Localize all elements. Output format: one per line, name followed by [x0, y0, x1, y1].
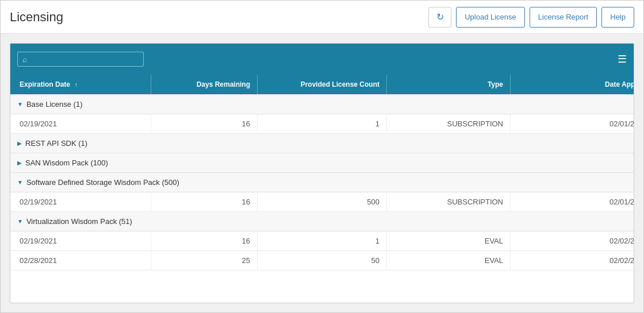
search-bar: ⌕ ☰: [10, 44, 634, 75]
table-cell: EVAL: [387, 251, 511, 270]
menu-icon[interactable]: ☰: [618, 53, 627, 65]
table-cell: 16: [151, 114, 258, 133]
header-actions: ↻ Upload License License Report Help: [428, 7, 634, 28]
group-row: ▶REST API SDK (1): [10, 134, 634, 153]
table-row: 02/19/2021161EVAL02/02/2021: [10, 231, 634, 251]
group-cell: ▼Software Defined Storage Wisdom Pack (5…: [10, 173, 634, 192]
group-row: ▶SAN Wisdom Pack (100): [10, 153, 634, 173]
table-cell: SUBSCRIPTION: [387, 114, 511, 133]
col-header-expiration[interactable]: Expiration Date ↑: [10, 75, 151, 94]
group-label: Base License (1): [26, 100, 83, 109]
license-table: ⌕ ☰ Expiration Date ↑ Days Remaining Pro…: [10, 43, 634, 303]
group-cell: ▼Base License (1): [10, 95, 634, 114]
table-row: 02/28/20212550EVAL02/02/2021: [10, 251, 634, 271]
table-cell: 16: [151, 192, 258, 211]
page-wrapper: Licensing ↻ Upload License License Repor…: [0, 0, 644, 313]
expand-icon[interactable]: ▼: [17, 179, 23, 186]
group-label: SAN Wisdom Pack (100): [25, 159, 108, 167]
sort-arrow-expiration: ↑: [74, 81, 78, 88]
search-wrapper: ⌕: [17, 52, 144, 67]
table-cell: 02/01/2021: [511, 192, 634, 211]
group-label: Virtualization Wisdom Pack (51): [26, 217, 132, 226]
table-cell: 02/02/2021: [511, 251, 634, 270]
search-icon: ⌕: [22, 55, 27, 64]
group-cell: ▶REST API SDK (1): [10, 134, 634, 153]
table-cell: 02/19/2021: [10, 231, 151, 250]
table-cell: 02/28/2021: [10, 251, 151, 270]
table-cell: SUBSCRIPTION: [387, 192, 511, 211]
expand-icon[interactable]: ▶: [17, 140, 22, 146]
refresh-button[interactable]: ↻: [428, 7, 451, 28]
col-header-count[interactable]: Provided License Count: [258, 75, 387, 94]
col-header-date-applied[interactable]: Date Applied: [511, 75, 634, 94]
search-input[interactable]: [30, 55, 128, 64]
table-cell: 02/01/2021: [511, 114, 634, 133]
main-content: ⌕ ☰ Expiration Date ↑ Days Remaining Pro…: [1, 34, 643, 312]
expand-icon[interactable]: ▼: [17, 101, 23, 107]
group-cell: ▶SAN Wisdom Pack (100): [10, 153, 634, 172]
table-cell: 02/19/2021: [10, 192, 151, 211]
expand-icon[interactable]: ▶: [17, 160, 22, 166]
table-row: 02/19/2021161SUBSCRIPTION02/01/2021: [10, 114, 634, 134]
expand-icon[interactable]: ▼: [17, 218, 23, 225]
group-row: ▼Virtualization Wisdom Pack (51): [10, 212, 634, 231]
table-cell: 02/02/2021: [511, 231, 634, 250]
group-row: ▼Base License (1): [10, 95, 634, 114]
table-cell: 500: [258, 192, 387, 211]
table-cell: 50: [258, 251, 387, 270]
group-row: ▼Software Defined Storage Wisdom Pack (5…: [10, 173, 634, 192]
table-cell: 25: [151, 251, 258, 270]
table-cell: 1: [258, 114, 387, 133]
table-cell: 16: [151, 231, 258, 250]
column-headers: Expiration Date ↑ Days Remaining Provide…: [10, 75, 634, 95]
group-label: Software Defined Storage Wisdom Pack (50…: [26, 178, 179, 187]
table-body: ▼Base License (1)02/19/2021161SUBSCRIPTI…: [10, 95, 634, 303]
group-cell: ▼Virtualization Wisdom Pack (51): [10, 212, 634, 231]
license-report-button[interactable]: License Report: [530, 7, 597, 28]
col-header-type[interactable]: Type: [387, 75, 511, 94]
table-cell: EVAL: [387, 231, 511, 250]
upload-license-button[interactable]: Upload License: [456, 7, 525, 28]
page-title: Licensing: [10, 10, 63, 25]
group-label: REST API SDK (1): [25, 139, 87, 148]
col-header-days[interactable]: Days Remaining: [151, 75, 258, 94]
table-row: 02/19/202116500SUBSCRIPTION02/01/2021: [10, 192, 634, 212]
table-cell: 1: [258, 231, 387, 250]
table-cell: 02/19/2021: [10, 114, 151, 133]
header: Licensing ↻ Upload License License Repor…: [1, 1, 643, 34]
help-button[interactable]: Help: [601, 7, 634, 28]
